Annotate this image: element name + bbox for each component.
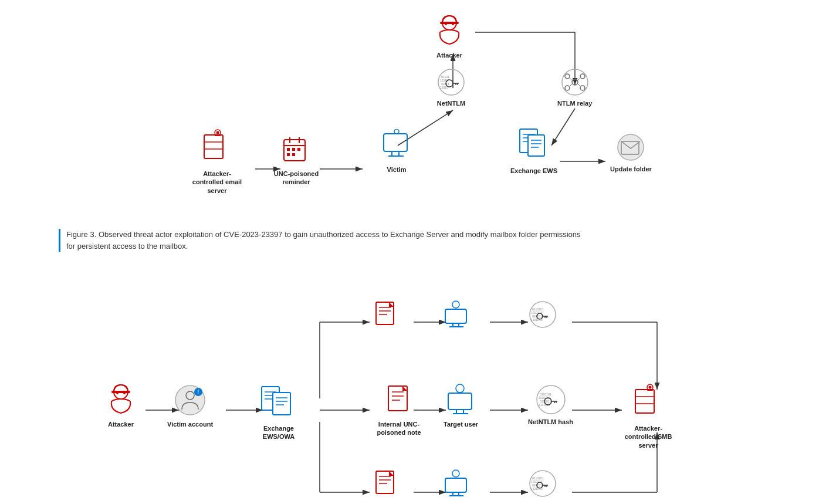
svg-rect-114 (635, 390, 654, 413)
update-folder-icon (615, 132, 646, 163)
svg-point-41 (580, 74, 585, 79)
svg-point-38 (562, 69, 588, 95)
bot-hash-icon: 0110101 1010110 0101011 1101010 (528, 469, 557, 498)
exchange2-label: Exchange EWS/OWA (252, 424, 305, 441)
unc-note-label: Internal UNC- poisoned note (373, 420, 425, 437)
node-attacker-top: Attacker (434, 15, 465, 59)
top-user-icon (444, 300, 471, 330)
svg-line-45 (578, 78, 580, 80)
svg-rect-141 (445, 478, 466, 492)
node-top-hash: 0110101 1010110 0101011 1101010 (528, 300, 557, 329)
victim-account-label: Victim account (167, 420, 213, 428)
netntlm-hash-label: NetNTLM hash (528, 418, 573, 426)
node-ntlm-relay: NTLM relay (557, 67, 592, 107)
target-user-icon (446, 384, 476, 418)
node-attacker-email: Attacker-controlled email server (188, 129, 246, 195)
svg-rect-93 (273, 393, 290, 415)
svg-rect-48 (384, 134, 407, 151)
svg-rect-82 (111, 391, 130, 393)
netntlm-icon: 01101 10110 01011 11010 (436, 67, 466, 97)
diagram1-arrows (88, 12, 733, 223)
svg-point-83 (116, 392, 119, 394)
svg-point-42 (565, 86, 570, 90)
exchange-label: Exchange EWS (510, 167, 557, 175)
unc-reminder-icon (282, 135, 311, 167)
update-folder-label: Update folder (610, 165, 652, 173)
svg-point-28 (452, 23, 454, 25)
diagram2: Attacker ! Victim account (59, 269, 777, 504)
victim-account-icon: ! (174, 384, 207, 418)
exchange-icon (515, 126, 553, 164)
attacker2-icon (106, 384, 136, 418)
unc-note-icon (384, 384, 414, 418)
node-netntlm: 01101 10110 01011 11010 NetNTLM (436, 67, 466, 107)
svg-point-40 (565, 74, 570, 79)
diagram1: Attacker-controlled email server (88, 12, 807, 223)
node-exchange: Exchange EWS (510, 126, 557, 175)
ntlm-relay-label: NTLM relay (557, 99, 592, 107)
svg-rect-24 (292, 153, 295, 156)
netntlm-label: NetNTLM (437, 99, 465, 107)
svg-rect-23 (287, 153, 290, 156)
node-bot-user (444, 469, 471, 499)
svg-rect-118 (647, 389, 653, 391)
node-unc-note: Internal UNC- poisoned note (373, 384, 425, 437)
node-top-note (373, 300, 400, 330)
netntlm-hash-icon: 0110101 1010110 0101011 1101010 (535, 384, 567, 415)
svg-point-27 (445, 23, 447, 25)
node-exchange2: Exchange EWS/OWA (252, 384, 305, 441)
svg-rect-10 (204, 135, 223, 158)
svg-rect-49 (392, 151, 399, 156)
svg-point-127 (452, 301, 459, 308)
svg-rect-22 (297, 148, 300, 151)
svg-rect-102 (456, 410, 463, 414)
attacker-email-icon (201, 129, 233, 167)
ntlm-relay-icon (560, 67, 590, 97)
svg-rect-56 (528, 135, 544, 156)
node-update-folder: Update folder (610, 132, 652, 173)
svg-point-104 (456, 384, 464, 393)
svg-rect-14 (215, 134, 221, 136)
unc-reminder-label: UNC-poisoned reminder (270, 170, 323, 187)
node-netntlm-hash: 0110101 1010110 0101011 1101010 NetNTLM … (528, 384, 573, 426)
attacker-smb-label: Attacker-controlled SMB server (619, 424, 678, 449)
node-target-user: Target user (444, 384, 478, 428)
svg-point-144 (452, 470, 459, 477)
attacker-smb-icon (632, 384, 665, 422)
victim-label: Victim (387, 165, 407, 174)
svg-rect-26 (440, 22, 459, 24)
victim-icon (381, 129, 412, 163)
node-attacker-smb: Attacker-controlled SMB server (619, 384, 678, 449)
node-bot-note (373, 469, 400, 499)
node-victim: Victim (381, 129, 412, 174)
attacker-top-icon (434, 15, 465, 49)
node-top-user (444, 300, 471, 330)
figure3-caption: Figure 3. Observed threat actor exploita… (59, 229, 587, 252)
svg-point-51 (394, 129, 399, 134)
exchange2-icon (259, 384, 299, 422)
svg-rect-124 (445, 309, 466, 323)
node-bot-hash: 0110101 1010110 0101011 1101010 (528, 469, 557, 498)
svg-point-15 (216, 131, 219, 134)
svg-rect-101 (448, 393, 472, 410)
node-unc-reminder: UNC-poisoned reminder (270, 135, 323, 187)
svg-rect-21 (292, 148, 295, 151)
svg-line-44 (570, 78, 572, 80)
node-victim-account: ! Victim account (167, 384, 213, 428)
top-hash-icon: 0110101 1010110 0101011 1101010 (528, 300, 557, 329)
svg-point-119 (648, 386, 651, 389)
page: Attacker-controlled email server (0, 0, 836, 504)
svg-rect-20 (287, 148, 290, 151)
svg-line-47 (578, 84, 580, 86)
attacker-email-label: Attacker-controlled email server (188, 170, 246, 195)
svg-text:!: ! (197, 389, 199, 395)
svg-point-43 (580, 86, 585, 90)
bot-note-icon (373, 469, 400, 499)
bot-user-icon (444, 469, 471, 499)
top-note-icon (373, 300, 400, 330)
attacker-top-label: Attacker (436, 51, 462, 59)
svg-point-84 (123, 392, 126, 394)
svg-line-46 (570, 84, 572, 86)
svg-point-39 (572, 79, 578, 85)
attacker2-label: Attacker (108, 420, 134, 428)
